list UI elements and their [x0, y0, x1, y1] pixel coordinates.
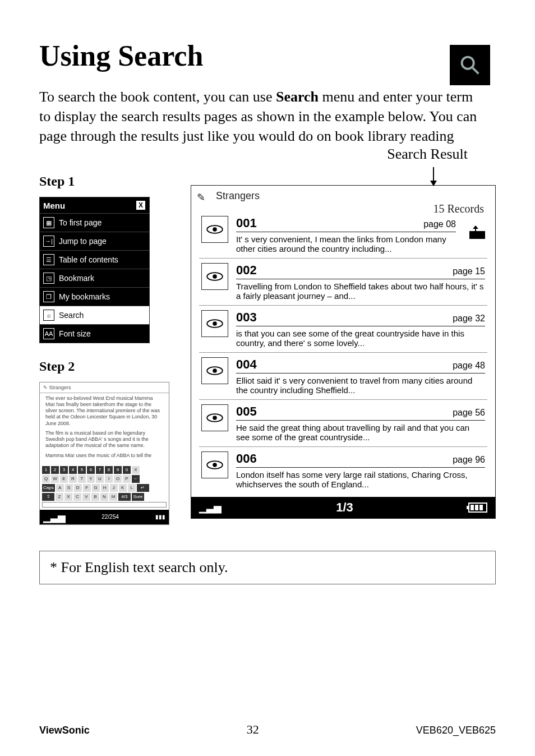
key-d[interactable]: D — [74, 484, 82, 492]
menu-item-font-size[interactable]: AA Font size — [40, 324, 149, 343]
key-z[interactable]: Z — [56, 493, 63, 501]
mini-page-indicator: 22/254 — [102, 514, 119, 521]
menu-item-first-page[interactable]: ▦ To first page — [40, 213, 149, 232]
key-1[interactable]: 1 — [42, 466, 50, 474]
svg-point-11 — [213, 416, 217, 421]
key-w[interactable]: W — [51, 475, 59, 483]
key-b[interactable]: B — [91, 493, 99, 501]
key-g[interactable]: G — [92, 484, 100, 492]
key-shift[interactable]: ⇧ — [42, 493, 54, 501]
key-v[interactable]: V — [82, 493, 90, 501]
key-p[interactable]: P — [123, 475, 131, 483]
search-query: Strangers — [216, 190, 260, 202]
key-close[interactable]: X — [132, 466, 140, 474]
key-f[interactable]: F — [83, 484, 91, 492]
bookmarks-list-icon: ❐ — [43, 291, 54, 302]
key-t[interactable]: T — [78, 475, 86, 483]
key-c[interactable]: C — [73, 493, 81, 501]
intro-bold: Search — [276, 89, 319, 105]
key-i[interactable]: I — [105, 475, 113, 483]
key-4[interactable]: 4 — [69, 466, 77, 474]
key-o[interactable]: O — [114, 475, 122, 483]
key-0[interactable]: 0 — [123, 466, 131, 474]
key-j[interactable]: J — [110, 484, 118, 492]
key-a[interactable]: A — [56, 484, 64, 492]
eye-icon — [201, 404, 228, 431]
key-7[interactable]: 7 — [96, 466, 104, 474]
key-6[interactable]: 6 — [87, 466, 95, 474]
battery-icon — [468, 503, 487, 513]
menu-item-label: To first page — [59, 218, 102, 227]
key-2[interactable]: 2 — [51, 466, 59, 474]
arrow-down-icon — [433, 167, 434, 185]
result-item[interactable]: 005 page 56 He said the great thing abou… — [199, 400, 487, 447]
key-5[interactable]: 5 — [78, 466, 86, 474]
onscreen-keyboard[interactable]: 1 2 3 4 5 6 7 8 9 0 X Q W — [40, 464, 169, 510]
result-item[interactable]: 006 page 96 London itself has some very … — [199, 447, 487, 494]
key-x[interactable]: X — [64, 493, 72, 501]
result-page: page 48 — [453, 361, 485, 371]
results-pager: 1/3 — [336, 500, 353, 515]
eye-icon — [201, 451, 228, 478]
result-item[interactable]: 001 page 08 It' s very convenient, I mea… — [199, 211, 487, 259]
result-number: 006 — [236, 451, 257, 466]
key-q[interactable]: Q — [42, 475, 50, 483]
mini-breadcrumb-text: Strangers — [49, 385, 71, 390]
reader-menu: Menu X ▦ To first page →| Jump to page ☰… — [39, 197, 150, 343]
grid-icon: ▦ — [43, 217, 54, 228]
key-8[interactable]: 8 — [105, 466, 113, 474]
menu-item-label: My bookmarks — [59, 292, 110, 301]
result-item[interactable]: 004 page 48 Elliot said it' s very conve… — [199, 353, 487, 400]
key-enter[interactable]: ↵ — [137, 484, 149, 492]
key-backspace[interactable]: ← — [132, 475, 140, 483]
footer-brand: ViewSonic — [39, 725, 90, 736]
key-n[interactable]: N — [100, 493, 108, 501]
result-snippet: It' s very convenient, I mean the links … — [236, 232, 456, 253]
key-r[interactable]: R — [69, 475, 77, 483]
key-y[interactable]: Y — [87, 475, 95, 483]
result-item[interactable]: 002 page 15 Travelling from London to Sh… — [199, 259, 487, 306]
page-title: Using Search — [39, 39, 496, 72]
result-number: 002 — [236, 263, 257, 278]
key-u[interactable]: U — [96, 475, 104, 483]
result-number: 003 — [236, 310, 257, 325]
menu-item-my-bookmarks[interactable]: ❐ My bookmarks — [40, 287, 149, 306]
menu-item-search[interactable]: ⌕ Search — [40, 306, 149, 324]
result-snippet: is that you can see some of the great co… — [236, 326, 485, 348]
svg-point-9 — [213, 369, 217, 374]
key-m[interactable]: M — [109, 493, 117, 501]
records-count: 15 Records — [433, 202, 484, 215]
key-k[interactable]: K — [119, 484, 127, 492]
result-page: page 56 — [453, 408, 485, 418]
svg-point-13 — [213, 463, 217, 468]
menu-item-bookmark[interactable]: ◳ Bookmark — [40, 269, 149, 287]
svg-point-0 — [462, 57, 474, 69]
key-9[interactable]: 9 — [114, 466, 122, 474]
page-footer: ViewSonic 32 VEB620_VEB625 — [39, 722, 496, 737]
key-h[interactable]: H — [101, 484, 109, 492]
svg-point-7 — [213, 322, 217, 326]
toc-icon: ☰ — [43, 254, 54, 265]
intro-paragraph: To search the book content, you can use … — [39, 87, 482, 146]
mini-para3: Mamma Mia! uses the music of ABBA to tel… — [45, 453, 163, 459]
search-input[interactable] — [42, 502, 167, 508]
key-sym[interactable]: #/3 — [118, 493, 131, 501]
results-list: 001 page 08 It' s very convenient, I mea… — [191, 206, 495, 497]
result-item[interactable]: 003 page 32 is that you can see some of … — [199, 306, 487, 353]
pointer-icon: ✎ — [197, 189, 210, 202]
eye-icon — [201, 310, 228, 337]
key-s[interactable]: S — [65, 484, 73, 492]
search-results-panel: ✎ Strangers 15 Records 001 page 08 — [191, 185, 496, 519]
eye-icon — [201, 263, 228, 290]
key-e[interactable]: E — [60, 475, 68, 483]
key-caps[interactable]: Caps — [42, 484, 55, 492]
key-3[interactable]: 3 — [60, 466, 68, 474]
key-l[interactable]: L — [128, 484, 136, 492]
signal-icon: ▁▃▅ — [199, 501, 221, 514]
search-feature-icon — [450, 45, 490, 85]
key-sure[interactable]: Sure — [132, 493, 144, 501]
results-statusbar: ▁▃▅ 1/3 — [191, 497, 495, 518]
menu-item-jump[interactable]: →| Jump to page — [40, 232, 149, 250]
close-icon[interactable]: X — [136, 200, 146, 210]
menu-item-toc[interactable]: ☰ Table of contents — [40, 250, 149, 269]
